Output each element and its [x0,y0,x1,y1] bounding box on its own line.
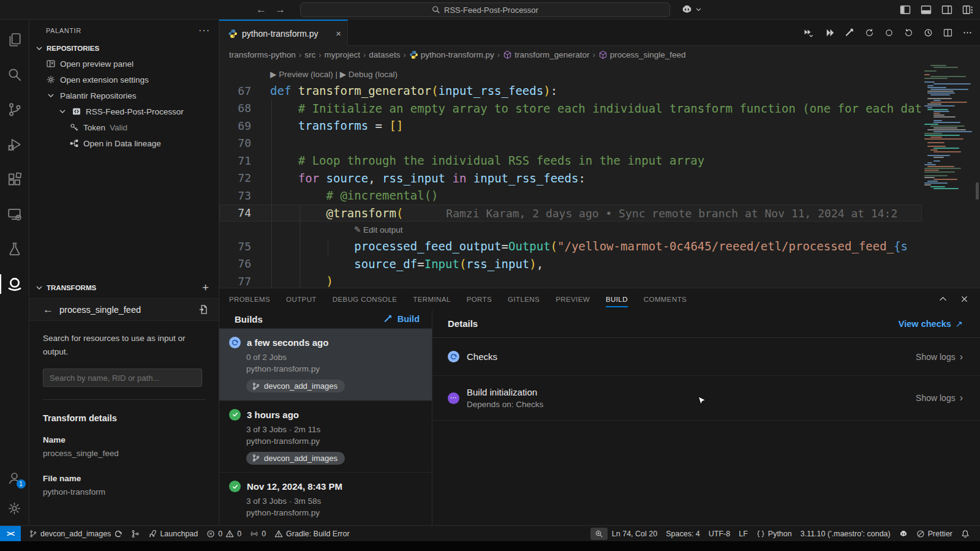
statusbar-notifications[interactable] [957,526,974,542]
code-line-72[interactable]: 72 for source, rss_input in input_rss_fe… [219,170,922,187]
activity-settings[interactable] [0,493,29,523]
statusbar-git-branch[interactable]: devcon_add_images [24,526,127,542]
activity-run-debug[interactable] [0,130,29,159]
close-tab-icon[interactable]: × [336,28,341,39]
more-actions-icon[interactable]: ··· [198,25,210,36]
activity-remote-explorer[interactable] [0,200,29,229]
maximize-panel-icon[interactable] [938,294,948,304]
code-line-77[interactable]: 77 ) [219,272,922,288]
split-icon[interactable] [943,28,953,38]
customize-layout-icon[interactable] [962,4,974,16]
branch-pill[interactable]: devcon_add_images [246,452,345,465]
statusbar-indentation[interactable]: Spaces: 4 [662,526,704,542]
hammer-icon[interactable] [845,28,855,38]
breadcrumb-process-single-feed[interactable]: process_single_feed [598,50,686,59]
code-editor[interactable]: ▶ Preview (local) | ▶ Debug (local)67def… [219,63,980,288]
toggle-sidebar-icon[interactable] [899,4,911,16]
breadcrumb-transform-generator[interactable]: transform_generator [503,50,589,59]
activity-explorer[interactable] [0,25,29,54]
statusbar-launchpad[interactable]: Launchpad [144,526,202,542]
circle-arrow-right-icon[interactable] [903,28,914,38]
statusbar-ports[interactable]: 0 [246,526,270,542]
statusbar-zoom-indicator[interactable] [590,528,608,540]
panel-tab-debug-console[interactable]: DEBUG CONSOLE [333,288,398,310]
panel-tab-build[interactable]: BUILD [606,288,628,310]
view-checks-link[interactable]: View checks ↗ [899,319,963,329]
breadcrumb-datasets[interactable]: datasets [369,50,400,59]
play-circle-icon[interactable] [923,28,933,38]
breadcrumb-transforms-python[interactable]: transforms-python [229,50,296,59]
ellipsis-icon[interactable] [962,28,973,38]
codelens-run[interactable]: ▶ Preview (local) | ▶ Debug (local) [219,66,922,82]
statusbar-prettier-status[interactable]: Prettier [912,526,957,542]
build-button[interactable]: Build [383,314,420,324]
code-line-69[interactable]: 69 transforms = [] [219,117,922,135]
toggle-secondary-sidebar-icon[interactable] [941,4,953,16]
repositories-section-header[interactable]: REPOSITORIES [29,41,219,56]
tab-python-transform[interactable]: python-transform.py × [219,20,348,46]
code-line-75[interactable]: 75 processed_feed_output=Output("/yellow… [219,238,922,255]
statusbar-encoding[interactable]: UTF-8 [704,526,734,542]
activity-testing[interactable] [0,234,29,264]
sidebar-item-rss-feed-post-processor[interactable]: RSS-Feed-Post-Processor [29,103,219,119]
run-icon[interactable] [825,28,835,38]
close-panel-icon[interactable] [960,294,969,304]
circle-icon[interactable] [884,28,894,38]
breadcrumb-python-transform-py[interactable]: python-transform.py [409,50,494,59]
command-center-search[interactable]: RSS-Feed-Post-Processor [300,2,670,17]
statusbar-copilot-status[interactable] [895,526,912,542]
nav-forward-icon[interactable]: → [275,4,285,16]
sidebar-item-token[interactable]: TokenValid [29,119,219,135]
code-line-70[interactable]: 70 [219,135,922,152]
activity-source-control[interactable] [0,95,29,124]
show-logs-link[interactable]: Show logs› [916,351,963,362]
build-list-item[interactable]: 3 hours ago 3 of 3 Jobs · 2m 11spython-t… [219,400,432,473]
sidebar-item-palantir-repositories[interactable]: Palantir Repositories [29,88,219,103]
code-line-71[interactable]: 71 # Loop through the individual RSS fee… [219,152,922,170]
sidebar-item-open-preview-panel[interactable]: Open preview panel [29,56,219,72]
copilot-menu[interactable] [681,4,702,15]
panel-tab-problems[interactable]: PROBLEMS [229,288,270,310]
codelens-edit-output[interactable]: ✎ Edit output [219,222,922,238]
statusbar-cursor-position[interactable]: Ln 74, Col 20 [608,526,662,542]
panel-tab-output[interactable]: OUTPUT [286,288,317,310]
panel-tab-gitlens[interactable]: GITLENS [508,288,540,310]
build-list-item[interactable]: Nov 12, 2024, 8:43 PM 3 of 3 Jobs · 3m 5… [219,472,432,526]
sidebar-item-open-extension-settings[interactable]: Open extension settings [29,72,219,88]
panel-tab-terminal[interactable]: TERMINAL [413,288,450,310]
activity-accounts[interactable]: 1 [0,463,29,492]
breadcrumb-src[interactable]: src [304,50,315,59]
code-line-68[interactable]: 68 # Initialize an empty array to store … [219,100,922,118]
sidebar-item-open-in-data-lineage[interactable]: Open in Data lineage [29,135,219,151]
code-line-76[interactable]: 76 source_df=Input(rss_input), [219,255,922,273]
detail-row-checks[interactable]: Checks Show logs› [432,338,980,376]
go-to-file-icon[interactable] [198,304,209,315]
code-line-67[interactable]: 67def transform_generator(input_rss_feed… [219,82,922,100]
build-list-item[interactable]: a few seconds ago 0 of 2 Jobspython-tran… [219,328,432,400]
activity-palantir[interactable] [0,269,29,299]
statusbar-python-interpreter[interactable]: 3.11.10 ('.maestro': conda) [796,526,895,542]
branch-pill[interactable]: devcon_add_images [246,380,345,392]
show-logs-link[interactable]: Show logs› [916,392,963,403]
statusbar-gradle-status[interactable]: Gradle: Build Error [270,526,354,542]
add-transform-icon[interactable]: + [202,281,209,294]
statusbar-eol[interactable]: LF [734,526,752,542]
scrollbar-thumb[interactable] [976,182,979,200]
code-line-74[interactable]: 74 @transform(Ramzi Karam, 2 days ago • … [219,204,922,222]
selected-transform-row[interactable]: ← process_single_feed [29,298,219,321]
panel-tab-ports[interactable]: PORTS [467,288,492,310]
activity-extensions[interactable] [0,165,29,194]
minimap[interactable] [922,63,973,288]
activity-search[interactable] [0,60,29,89]
statusbar-gitlens-compare[interactable] [127,526,144,542]
panel-tab-preview[interactable]: PREVIEW [556,288,590,310]
toggle-panel-icon[interactable] [920,4,932,16]
panel-tab-comments[interactable]: COMMENTS [644,288,687,310]
code-line-73[interactable]: 73 # @incremental() [219,187,922,204]
statusbar-language-mode[interactable]: Python [752,526,796,542]
run-all-icon[interactable] [801,28,816,38]
back-icon[interactable]: ← [43,304,53,316]
breadcrumb-myproject[interactable]: myproject [324,50,360,59]
remote-indicator[interactable]: >< [0,526,21,542]
nav-back-icon[interactable]: ← [256,4,266,16]
